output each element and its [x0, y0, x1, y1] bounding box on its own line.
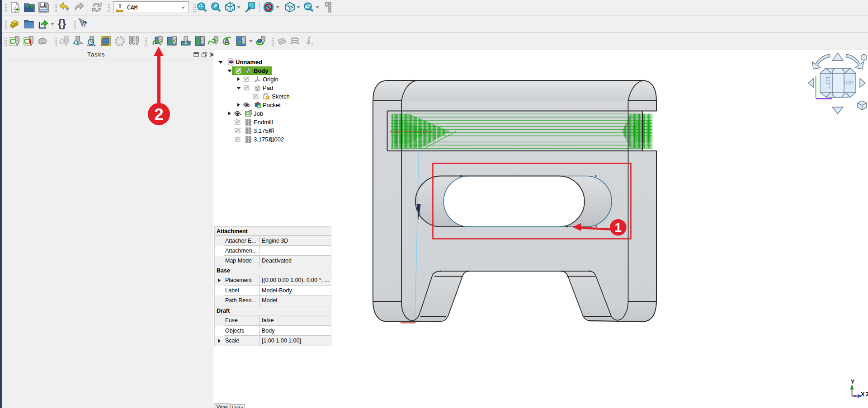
svg-text:Y: Y [851, 378, 855, 385]
svg-text:{}: {} [58, 19, 66, 29]
svg-text:Z: Z [866, 391, 868, 398]
svg-text:TOP: TOP [843, 80, 853, 85]
svg-text:X: X [861, 391, 865, 398]
svg-text:1: 1 [615, 220, 622, 234]
svg-text:LEFT: LEFT [826, 77, 831, 89]
svg-text:?: ? [82, 20, 87, 28]
